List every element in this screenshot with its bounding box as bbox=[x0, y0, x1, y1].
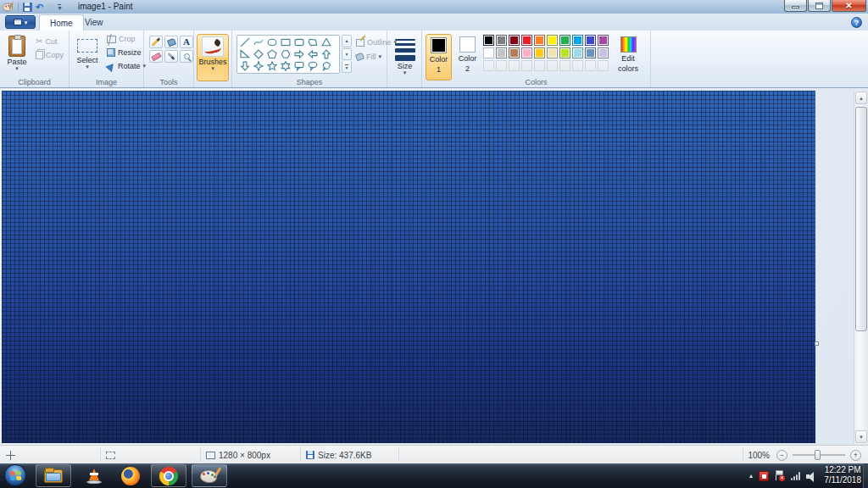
shapes-more-icon: ▼ bbox=[345, 64, 349, 69]
shape-diamond[interactable] bbox=[252, 48, 265, 60]
shape-hexagon[interactable] bbox=[279, 48, 292, 60]
palette-color-0-6[interactable] bbox=[559, 35, 570, 46]
help-button[interactable]: ? bbox=[851, 17, 862, 28]
color2-button[interactable]: Color 2 bbox=[454, 34, 481, 80]
vertical-scrollbar[interactable]: ▲ ▼ bbox=[854, 91, 867, 444]
shapes-more-button[interactable]: ▼ bbox=[342, 61, 352, 73]
security-icon[interactable] bbox=[759, 471, 769, 481]
palette-color-1-9[interactable] bbox=[598, 47, 609, 58]
palette-color-0-9[interactable] bbox=[598, 35, 609, 46]
size-button[interactable]: Size ▾ bbox=[391, 34, 419, 81]
shape-right-triangle[interactable] bbox=[238, 48, 252, 60]
shape-up-arrow[interactable] bbox=[320, 48, 333, 60]
magnifier-tool-button[interactable] bbox=[180, 50, 193, 63]
magnifier-icon bbox=[184, 53, 190, 59]
zoom-in-button[interactable]: + bbox=[850, 450, 861, 461]
shape-left-arrow[interactable] bbox=[306, 48, 320, 60]
palette-color-1-3[interactable] bbox=[521, 47, 532, 58]
chevron-down-icon: ▾ bbox=[403, 70, 407, 75]
color-picker-tool-button[interactable] bbox=[164, 50, 178, 63]
brushes-button[interactable]: Brushes ▾ bbox=[197, 34, 229, 81]
eraser-icon bbox=[151, 52, 162, 61]
show-hidden-icons-button[interactable]: ▴ bbox=[749, 472, 753, 480]
palette-color-1-5[interactable] bbox=[547, 47, 558, 58]
show-desktop-button[interactable] bbox=[863, 463, 868, 488]
chevron-down-icon: ▾ bbox=[25, 19, 28, 25]
close-button[interactable]: ✕ bbox=[832, 0, 866, 12]
shapes-scroll-up-button[interactable]: ▲ bbox=[342, 35, 352, 47]
palette-color-1-6[interactable] bbox=[559, 47, 570, 58]
taskbar-app-firefox[interactable] bbox=[113, 464, 148, 487]
shape-pentagon[interactable] bbox=[265, 48, 279, 60]
taskbar-app-chrome[interactable] bbox=[151, 464, 186, 487]
drawing-canvas[interactable] bbox=[2, 91, 815, 443]
shapes-scroll-down-button[interactable]: ▼ bbox=[342, 48, 352, 61]
taskbar-clock[interactable]: 12:22 PM 7/11/2018 bbox=[824, 465, 861, 485]
shape-curve[interactable] bbox=[252, 36, 265, 48]
palette-color-1-4[interactable] bbox=[534, 47, 545, 58]
volume-icon[interactable] bbox=[806, 471, 817, 481]
palette-color-1-1[interactable] bbox=[496, 47, 507, 58]
customize-qat-button[interactable]: ▾ bbox=[58, 4, 61, 11]
palette-empty-slot bbox=[547, 60, 558, 71]
canvas-resize-handle[interactable] bbox=[815, 341, 819, 346]
shape-fill-button[interactable]: Fill ▾ bbox=[356, 53, 381, 61]
zoom-slider-track[interactable] bbox=[793, 454, 845, 456]
edit-colors-button[interactable]: Edit colors bbox=[613, 34, 643, 80]
shape-four-point-star[interactable] bbox=[252, 60, 265, 72]
shape-rounded-rectangle[interactable] bbox=[292, 36, 306, 48]
shape-oval[interactable] bbox=[265, 36, 279, 48]
palette-color-0-1[interactable] bbox=[496, 35, 507, 46]
fill-tool-button[interactable] bbox=[164, 36, 178, 48]
palette-color-0-2[interactable] bbox=[509, 35, 520, 46]
action-center-icon[interactable]: ✕ bbox=[775, 470, 785, 481]
palette-color-0-5[interactable] bbox=[547, 35, 558, 46]
shape-oval-callout[interactable] bbox=[306, 60, 320, 72]
minimize-button[interactable] bbox=[784, 0, 807, 12]
palette-color-0-0[interactable] bbox=[483, 35, 494, 46]
select-button[interactable]: Select ▾ bbox=[72, 34, 103, 69]
palette-color-0-8[interactable] bbox=[585, 35, 596, 46]
eraser-tool-button[interactable] bbox=[149, 50, 163, 63]
paste-button[interactable]: Paste ▾ bbox=[3, 34, 31, 71]
taskbar-app-explorer[interactable] bbox=[36, 464, 71, 487]
palette-color-0-7[interactable] bbox=[572, 35, 583, 46]
shape-down-arrow[interactable] bbox=[238, 60, 252, 72]
undo-button[interactable]: ↶ bbox=[36, 2, 43, 12]
maximize-button[interactable] bbox=[808, 0, 831, 12]
scroll-down-button[interactable]: ▼ bbox=[855, 430, 867, 443]
palette-color-0-4[interactable] bbox=[534, 35, 545, 46]
network-icon[interactable] bbox=[791, 471, 800, 480]
save-button[interactable] bbox=[23, 3, 32, 12]
text-tool-button[interactable]: A bbox=[180, 36, 193, 48]
palette-color-1-0[interactable] bbox=[483, 47, 494, 58]
taskbar-app-paint[interactable] bbox=[192, 464, 227, 487]
zoom-out-button[interactable]: − bbox=[776, 450, 787, 461]
taskbar-app-vlc[interactable] bbox=[76, 464, 112, 487]
explorer-folder-icon bbox=[44, 469, 63, 483]
color1-button[interactable]: Color 1 bbox=[426, 34, 452, 80]
start-button[interactable] bbox=[4, 464, 26, 486]
shape-cloud-callout[interactable] bbox=[320, 60, 333, 72]
shape-right-arrow[interactable] bbox=[292, 48, 306, 60]
shape-five-point-star[interactable] bbox=[265, 60, 279, 72]
shape-line[interactable] bbox=[238, 36, 252, 48]
shape-polygon[interactable] bbox=[306, 36, 320, 48]
shape-rectangle[interactable] bbox=[279, 36, 292, 48]
scroll-up-button[interactable]: ▲ bbox=[855, 92, 867, 104]
palette-color-0-3[interactable] bbox=[521, 35, 532, 46]
zoom-slider-thumb[interactable] bbox=[815, 450, 821, 460]
ribbon-empty-area bbox=[651, 30, 868, 87]
shape-six-point-star[interactable] bbox=[279, 60, 292, 72]
rotate-button[interactable]: Rotate ▾ bbox=[107, 62, 146, 70]
palette-color-1-7[interactable] bbox=[572, 47, 583, 58]
pencil-tool-button[interactable] bbox=[149, 36, 163, 48]
palette-color-1-8[interactable] bbox=[585, 47, 596, 58]
paint-menu-button[interactable]: ▾ bbox=[5, 15, 36, 29]
shape-rounded-callout[interactable] bbox=[292, 60, 306, 72]
scrollbar-thumb[interactable] bbox=[855, 107, 867, 331]
tab-view[interactable]: View bbox=[75, 14, 114, 30]
palette-color-1-2[interactable] bbox=[509, 47, 520, 58]
shape-triangle[interactable] bbox=[320, 36, 333, 48]
resize-button[interactable]: Resize bbox=[107, 48, 142, 57]
